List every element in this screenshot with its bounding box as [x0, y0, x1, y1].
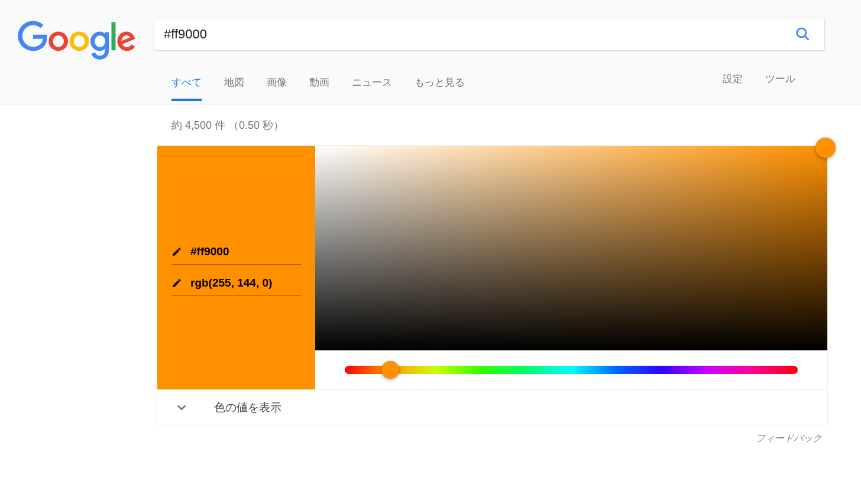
saturation-value-field[interactable]	[315, 146, 827, 350]
rgb-value: rgb(255, 144, 0)	[190, 277, 272, 290]
pencil-icon	[171, 246, 182, 257]
hue-row	[315, 350, 827, 389]
tab-videos[interactable]: 動画	[309, 76, 329, 101]
hex-value: #ff9000	[190, 245, 229, 258]
color-swatch-panel: #ff9000 rgb(255, 144, 0)	[157, 146, 315, 389]
feedback-link[interactable]: フィードバック	[157, 433, 828, 445]
color-picker-card: #ff9000 rgb(255, 144, 0)	[157, 145, 828, 425]
tab-tools[interactable]: ツール	[765, 72, 795, 95]
show-values-expander[interactable]: 色の値を表示	[157, 389, 827, 425]
search-box	[154, 18, 825, 51]
svg-line-1	[805, 35, 808, 39]
tabs-left: すべて 地図 画像 動画 ニュース もっと見る	[154, 76, 465, 101]
header-right: すべて 地図 画像 動画 ニュース もっと見る 設定 ツール	[154, 18, 861, 105]
gradient-area	[315, 146, 827, 389]
tabs-row: すべて 地図 画像 動画 ニュース もっと見る 設定 ツール	[154, 72, 825, 105]
hex-row[interactable]: #ff9000	[171, 239, 301, 265]
hue-slider[interactable]	[345, 366, 798, 374]
tab-all[interactable]: すべて	[171, 76, 202, 101]
tab-more[interactable]: もっと見る	[415, 76, 465, 101]
tab-settings[interactable]: 設定	[723, 72, 743, 95]
tab-news[interactable]: ニュース	[352, 76, 392, 101]
search-button[interactable]	[790, 21, 815, 48]
chevron-down-icon	[175, 401, 188, 414]
search-input[interactable]	[164, 27, 790, 42]
expander-label: 色の値を表示	[214, 400, 281, 415]
color-picker-top: #ff9000 rgb(255, 144, 0)	[157, 146, 827, 389]
sv-knob[interactable]	[815, 138, 836, 158]
result-stats: 約 4,500 件 （0.50 秒）	[157, 105, 828, 145]
rgb-row[interactable]: rgb(255, 144, 0)	[171, 271, 301, 296]
hue-knob[interactable]	[381, 361, 399, 379]
google-logo[interactable]	[18, 21, 136, 61]
tab-maps[interactable]: 地図	[224, 76, 244, 101]
header: すべて 地図 画像 動画 ニュース もっと見る 設定 ツール	[0, 0, 861, 105]
search-icon	[795, 26, 810, 41]
content: 約 4,500 件 （0.50 秒） #ff9000 rgb(255, 144,…	[157, 105, 828, 445]
tabs-right: 設定 ツール	[723, 72, 825, 105]
tab-images[interactable]: 画像	[267, 76, 287, 101]
pencil-icon	[171, 278, 182, 288]
search-row	[154, 18, 825, 51]
